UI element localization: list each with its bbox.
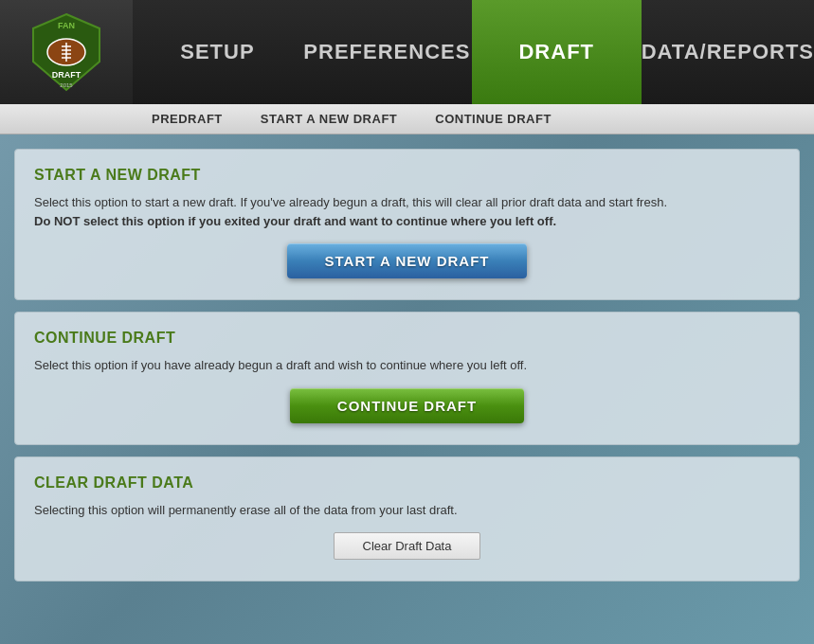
svg-text:FAN: FAN xyxy=(58,21,75,30)
clear-draft-data-desc: Selecting this option will permanently e… xyxy=(34,501,780,520)
nav-tabs: Setup Preferences DRAFT Data/Reports xyxy=(133,0,814,104)
continue-draft-desc: Select this option if you have already b… xyxy=(34,356,780,375)
tab-draft[interactable]: DRAFT xyxy=(472,0,642,104)
svg-text:DRAFT: DRAFT xyxy=(52,70,81,80)
main-content: START A NEW DRAFT Select this option to … xyxy=(0,134,814,596)
sub-nav-predraft[interactable]: PREDRAFT xyxy=(133,104,242,134)
start-new-draft-title: START A NEW DRAFT xyxy=(34,167,780,184)
clear-draft-data-btn-container: Clear Draft Data xyxy=(34,532,780,560)
clear-draft-data-section: Clear Draft Data Selecting this option w… xyxy=(14,456,800,582)
sub-nav-continue-draft[interactable]: CONTINUE DRAFT xyxy=(416,104,570,134)
clear-draft-data-button[interactable]: Clear Draft Data xyxy=(334,532,481,560)
start-new-draft-btn-container: START A NEW DRAFT xyxy=(34,243,780,278)
tab-preferences[interactable]: Preferences xyxy=(302,0,472,104)
start-new-draft-desc: Select this option to start a new draft.… xyxy=(34,193,780,230)
continue-draft-section: CONTINUE DRAFT Select this option if you… xyxy=(14,312,800,445)
header: FAN DRAFT 2015 Setup Preferences DRAFT D… xyxy=(0,0,814,104)
start-new-draft-button[interactable]: START A NEW DRAFT xyxy=(287,243,528,278)
svg-text:2015: 2015 xyxy=(60,82,73,88)
sub-nav-start-new-draft[interactable]: START A NEW DRAFT xyxy=(242,104,417,134)
continue-draft-btn-container: CONTINUE DRAFT xyxy=(34,388,780,423)
start-new-draft-section: START A NEW DRAFT Select this option to … xyxy=(14,149,800,300)
logo: FAN DRAFT 2015 xyxy=(24,9,109,95)
tab-setup[interactable]: Setup xyxy=(133,0,302,104)
sub-nav: PREDRAFT START A NEW DRAFT CONTINUE DRAF… xyxy=(0,104,814,134)
continue-draft-title: CONTINUE DRAFT xyxy=(34,330,780,347)
tab-data-reports[interactable]: Data/Reports xyxy=(642,0,814,104)
clear-draft-data-title: Clear Draft Data xyxy=(34,474,780,492)
continue-draft-button[interactable]: CONTINUE DRAFT xyxy=(290,388,524,423)
logo-area: FAN DRAFT 2015 xyxy=(0,0,133,104)
